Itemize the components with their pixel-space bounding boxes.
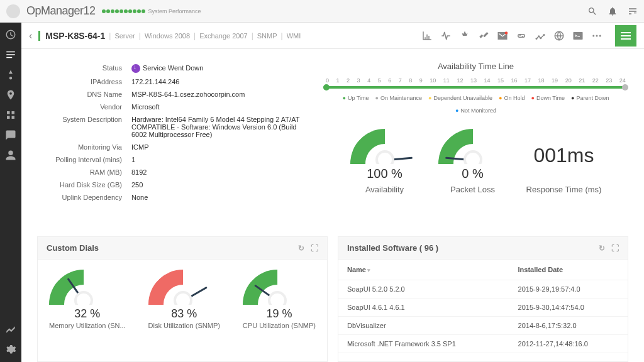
property-row: StatusService Went Down — [37, 62, 308, 75]
terminal-icon[interactable] — [572, 30, 584, 41]
property-row: System DescriptionHardware: Intel64 Fami… — [37, 113, 308, 141]
property-value: 8192 — [131, 166, 308, 178]
svg-point-1 — [536, 38, 538, 40]
response-time-metric: 001ms Response Time (ms) — [526, 144, 602, 194]
installed-software-title: Installed Software ( 96 ) — [347, 243, 438, 253]
link-icon[interactable] — [516, 30, 527, 41]
menu-button[interactable] — [615, 25, 636, 47]
custom-dials-title: Custom Dials — [47, 243, 99, 253]
svg-point-3 — [540, 37, 541, 39]
table-row[interactable]: Microsoft .NET Framework 3.5 SP12012-11-… — [338, 335, 628, 353]
dial: 32 %Memory Utilization (SN... — [49, 267, 126, 329]
property-value: 250 — [131, 178, 308, 191]
page-title: MSP-K8S-64-1 — [45, 31, 105, 41]
table-row[interactable]: DbVisualizer2014-8-6,17:5:32.0 — [338, 317, 628, 335]
alert-icon[interactable] — [5, 69, 16, 80]
status-down-icon — [131, 64, 140, 73]
property-value: Microsoft — [131, 101, 308, 113]
mail-icon[interactable] — [497, 30, 508, 41]
property-label: Vendor — [37, 101, 131, 113]
timeline-title: Availability Time Line — [323, 62, 628, 71]
expand-icon[interactable]: ⛶ — [311, 244, 318, 253]
svg-point-0 — [505, 31, 508, 35]
dial: 83 %Disk Utilization (SNMP) — [148, 267, 220, 329]
svg-point-4 — [543, 34, 545, 36]
property-label: Uplink Dependency — [37, 191, 131, 204]
performance-dots — [102, 9, 145, 13]
property-label: IPAddress — [37, 75, 131, 88]
property-label: DNS Name — [37, 88, 131, 101]
timeline-scale: 0123456789101112131415161718192021222324 — [323, 77, 628, 84]
tool-icon[interactable] — [478, 30, 489, 41]
property-value: Service Went Down — [131, 62, 308, 75]
gear-icon[interactable] — [5, 343, 16, 354]
location-icon[interactable] — [5, 89, 16, 101]
property-row: VendorMicrosoft — [37, 101, 308, 113]
svg-rect-6 — [574, 32, 583, 40]
properties-list: StatusService Went DownIPAddress172.21.1… — [37, 62, 308, 204]
property-value: Hardware: Intel64 Family 6 Model 44 Step… — [131, 113, 308, 141]
graph-icon[interactable] — [535, 30, 546, 41]
chart-icon[interactable] — [421, 30, 433, 41]
property-label: Monitoring Via — [37, 141, 131, 153]
svg-point-2 — [538, 35, 540, 37]
breadcrumb: MSP-K8S-64-1 |Server |Windows 2008 |Exch… — [38, 31, 301, 41]
chat-icon[interactable] — [5, 129, 16, 141]
user-icon[interactable] — [5, 150, 16, 161]
topbar: OpManager12 System Performance — [0, 0, 644, 23]
list-icon[interactable] — [5, 49, 16, 60]
table-row[interactable]: SoapUI 4.6.1 4.6.12015-9-30,14:47:54.0 — [338, 299, 628, 317]
expand-icon[interactable]: ⛶ — [611, 244, 619, 253]
settings-sliders-icon[interactable] — [628, 6, 638, 16]
property-label: Hard Disk Size (GB) — [37, 178, 131, 191]
performance-label: System Performance — [148, 8, 201, 14]
back-button[interactable]: ‹ — [29, 30, 32, 41]
property-row: Monitoring ViaICMP — [37, 141, 308, 153]
svg-point-8 — [596, 35, 598, 36]
property-value: ICMP — [131, 141, 308, 153]
globe-icon[interactable] — [553, 30, 565, 41]
more-icon[interactable] — [591, 30, 602, 41]
property-value: 1 — [131, 153, 308, 166]
app-logo: OpManager12 — [26, 4, 96, 18]
refresh-icon[interactable]: ↻ — [599, 244, 605, 253]
installed-software-panel: Installed Software ( 96 ) ↻⛶ Name▾ Insta… — [338, 236, 628, 362]
property-label: RAM (MB) — [37, 166, 131, 178]
property-row: IPAddress172.21.144.246 — [37, 75, 308, 88]
property-value: None — [131, 191, 308, 204]
software-table: Name▾ Installed Date SoapUI 5.2.0 5.2.02… — [338, 260, 628, 353]
refresh-icon[interactable]: ↻ — [298, 244, 304, 253]
timeline-legend: Up Time On Maintenance Dependent Unavail… — [323, 95, 628, 114]
pulse-icon[interactable] — [440, 30, 452, 41]
property-value: 172.21.144.246 — [131, 75, 308, 88]
property-label: Polling Interval (mins) — [37, 153, 131, 166]
property-row: DNS NameMSP-K8S-64-1.csez.zohocorpin.com — [37, 88, 308, 101]
property-value: MSP-K8S-64-1.csez.zohocorpin.com — [131, 88, 308, 101]
col-name[interactable]: Name▾ — [338, 260, 509, 280]
col-date[interactable]: Installed Date — [509, 260, 628, 280]
table-row[interactable]: SoapUI 5.2.0 5.2.02015-9-29,19:57:4.0 — [338, 280, 628, 299]
property-label: System Description — [37, 113, 131, 141]
avatar[interactable] — [6, 4, 20, 18]
svg-point-9 — [599, 35, 601, 36]
search-icon[interactable] — [587, 6, 597, 16]
property-row: Uplink DependencyNone — [37, 191, 308, 204]
custom-dials-panel: Custom Dials ↻⛶ 32 %Memory Utilization (… — [37, 236, 328, 362]
property-row: Polling Interval (mins)1 — [37, 153, 308, 166]
property-row: Hard Disk Size (GB)250 — [37, 178, 308, 191]
side-nav — [0, 23, 21, 362]
page-header: ‹ MSP-K8S-64-1 |Server |Windows 2008 |Ex… — [21, 23, 644, 49]
alarm-icon[interactable] — [459, 30, 470, 41]
dashboard-icon[interactable] — [5, 29, 16, 40]
svg-point-7 — [592, 35, 594, 36]
timeline-bar[interactable] — [323, 86, 628, 89]
bell-icon[interactable] — [608, 6, 618, 16]
availability-gauge: 100 % Availability — [350, 126, 419, 194]
packet-loss-gauge: 0 % Packet Loss — [438, 126, 508, 194]
dial: 19 %CPU Utilization (SNMP) — [243, 267, 316, 329]
network-icon[interactable] — [5, 109, 16, 121]
property-label: Status — [37, 62, 131, 75]
property-row: RAM (MB)8192 — [37, 166, 308, 178]
reports-icon[interactable] — [5, 323, 16, 334]
